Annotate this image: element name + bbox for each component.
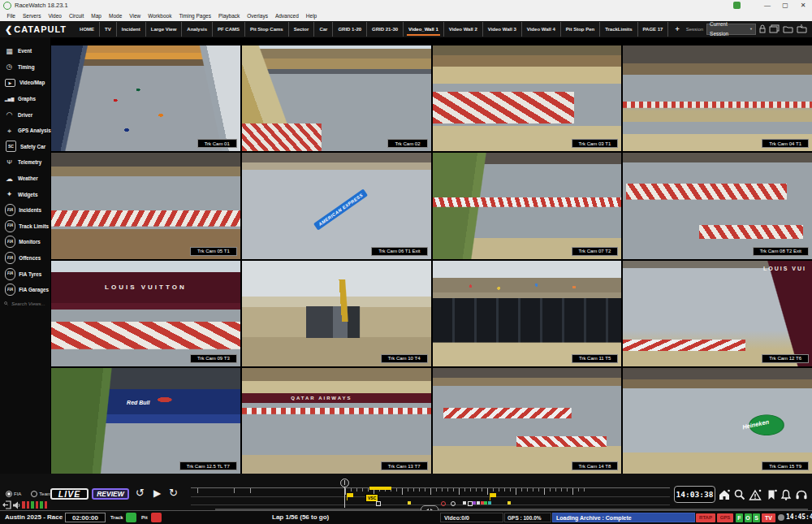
menu-map[interactable]: Map	[88, 13, 106, 19]
menu-timing-pages[interactable]: Timing Pages	[175, 13, 215, 19]
camera-feed-09[interactable]: LOUIS VUITTONTrk Cam 09 T3	[51, 261, 240, 366]
cascade-windows-icon[interactable]	[769, 22, 780, 37]
add-tab-button[interactable]: +	[668, 25, 685, 33]
search-views-input[interactable]	[10, 301, 50, 307]
chevron-down-icon: ▼	[749, 24, 753, 34]
bookmark-icon[interactable]	[765, 488, 778, 501]
camera-feed-12[interactable]: LOUIS VUITrk Cam 12 T6	[623, 261, 812, 366]
tab-pit-stop-cams[interactable]: Pit Stop Cams	[245, 22, 289, 37]
tab-grid-21-30[interactable]: GRID 21-30	[367, 22, 404, 37]
home-icon[interactable]	[718, 488, 731, 501]
camera-feed-13[interactable]: Red BullTrk Cam 12.5 TL T7	[51, 368, 240, 474]
sidebar-item-fia-garages[interactable]: FIAFIA Garages	[0, 282, 50, 298]
live-button[interactable]: LIVE	[50, 488, 89, 500]
tab-video-wall-2[interactable]: Video Wall 2	[444, 22, 483, 37]
tab-video-wall-1[interactable]: Video_Wall 1	[404, 22, 444, 37]
calendar-icon	[3, 47, 15, 55]
sidebar-item-incidents[interactable]: FIAIncidents	[0, 202, 50, 219]
menu-overlays[interactable]: Overlays	[244, 13, 272, 19]
sidebar-item-telemetry[interactable]: Telemetry	[0, 154, 50, 171]
speaker-icon[interactable]	[13, 501, 20, 509]
tab-sector[interactable]: Sector	[289, 22, 315, 37]
review-button[interactable]: REVIEW	[92, 488, 129, 500]
camera-feed-11[interactable]: Trk Cam 11 T5	[433, 261, 622, 366]
sidebar-item-safety-car[interactable]: SCSafety Car	[0, 139, 50, 155]
sidebar-item-label: Incidents	[19, 207, 41, 213]
search-icon[interactable]	[733, 488, 746, 501]
fia-icon: FIA	[5, 220, 15, 232]
tab-analysis[interactable]: Analysis	[182, 22, 213, 37]
menu-help[interactable]: Help	[302, 13, 320, 19]
stopwatch-icon	[3, 63, 15, 71]
skip-back-10-button[interactable]: ↺	[136, 487, 145, 500]
tab-video-wall-3[interactable]: Video Wall 3	[483, 22, 522, 37]
flag-s-badge: S	[753, 513, 760, 522]
tab-page-17[interactable]: PAGE 17	[638, 22, 669, 37]
sidebar-item-offences[interactable]: FIAOffences	[0, 250, 50, 266]
open-folder-icon[interactable]	[783, 22, 793, 37]
menu-file[interactable]: File	[3, 13, 19, 19]
bell-icon[interactable]	[780, 488, 793, 501]
close-button[interactable]: ✕	[794, 2, 812, 9]
camera-feed-06[interactable]: AMERICAN EXPRESSTrk Cam 06 T1 Exit	[242, 153, 431, 258]
camera-feed-15[interactable]: Trk Cam 14 T8	[433, 368, 622, 474]
menu-advanced[interactable]: Advanced	[271, 13, 302, 19]
skip-forward-10-button[interactable]: ↻	[169, 487, 178, 500]
tab-tv[interactable]: TV	[100, 22, 117, 37]
menu-video[interactable]: Video	[45, 13, 66, 19]
tab-pit-stop-pen[interactable]: Pit Stop Pen	[561, 22, 600, 37]
sidebar-item-weather[interactable]: Weather	[0, 171, 50, 187]
save-session-icon[interactable]	[797, 22, 807, 37]
camera-feed-01[interactable]: Trk Cam 01	[51, 45, 240, 151]
incident-warning-icon[interactable]	[749, 488, 762, 501]
tab-incident[interactable]: Incident	[117, 22, 146, 37]
tab-tracklimits[interactable]: TrackLimits	[600, 22, 637, 37]
menu-workbook[interactable]: Workbook	[145, 13, 175, 19]
camera-feed-16[interactable]: HeinekenTrk Cam 15 T9	[623, 368, 812, 474]
camera-feed-08[interactable]: Trk Cam 08 T2 Exit	[623, 153, 812, 258]
sidebar-item-widgets[interactable]: Widgets	[0, 186, 50, 202]
sidebar-item-driver[interactable]: Driver	[0, 106, 50, 123]
menu-playback[interactable]: Playback	[214, 13, 243, 19]
sidebar-item-graphs[interactable]: Graphs	[0, 91, 50, 107]
headset-icon[interactable]	[795, 488, 808, 501]
camera-feed-02[interactable]: Trk Cam 02	[242, 45, 431, 151]
tab-car[interactable]: Car	[314, 22, 333, 37]
tab-home[interactable]: HOME	[75, 22, 100, 37]
tab-video-wall-4[interactable]: Video Wall 4	[522, 22, 561, 37]
tab-grid-1-20[interactable]: GRID 1-20	[333, 22, 367, 37]
lock-icon[interactable]	[759, 22, 766, 37]
menu-circuit[interactable]: Circuit	[65, 13, 87, 19]
camera-feed-14[interactable]: QATAR AIRWAYSTrk Cam 13 T7	[242, 368, 431, 474]
camera-label: Trk Cam 10 T4	[381, 354, 428, 363]
session-clock: 14:03:38	[674, 486, 715, 503]
camera-feed-10[interactable]: Trk Cam 10 T4	[242, 261, 431, 366]
session-dropdown[interactable]: Current Session▼	[706, 24, 756, 35]
gps-target-icon	[3, 127, 15, 135]
flag-o-badge: O	[745, 513, 752, 522]
sidebar-item-video-map[interactable]: ▶Video/Map	[0, 75, 50, 91]
sidebar-item-fia-tyres[interactable]: FIAFIA Tyres	[0, 266, 50, 282]
cloud-icon	[3, 175, 15, 183]
exit-icon[interactable]	[2, 500, 11, 509]
camera-feed-07[interactable]: Trk Cam 07 T2	[433, 153, 622, 258]
sidebar-item-timing[interactable]: Timing	[0, 59, 50, 76]
camera-feed-04[interactable]: Trk Cam 04 T1	[623, 45, 812, 151]
sidebar-item-event[interactable]: Event	[0, 43, 50, 59]
tab-pf-cams[interactable]: PF CAMS	[213, 22, 245, 37]
play-button[interactable]: ▶	[153, 487, 161, 500]
menu-servers[interactable]: Servers	[19, 13, 44, 19]
sidebar-item-gps-analysis[interactable]: GPS Analysis	[0, 123, 50, 139]
sidebar-item-track-limits[interactable]: FIATrack Limits	[0, 219, 50, 235]
sidebar-item-monitors[interactable]: FIAMonitors	[0, 234, 50, 250]
minimize-button[interactable]: —	[758, 2, 776, 9]
camera-feed-05[interactable]: Trk Cam 05 T1	[51, 153, 240, 258]
tab-large-view[interactable]: Large View	[146, 22, 183, 37]
maximize-button[interactable]: ▢	[776, 2, 794, 9]
yellow-flag-marker	[348, 493, 353, 497]
menu-view[interactable]: View	[126, 13, 145, 19]
playhead-knob[interactable]	[340, 479, 349, 487]
camera-feed-03[interactable]: Trk Cam 03 T1	[433, 45, 622, 151]
source-fia-radio[interactable]: FIA	[6, 491, 21, 497]
menu-mode[interactable]: Mode	[105, 13, 125, 19]
